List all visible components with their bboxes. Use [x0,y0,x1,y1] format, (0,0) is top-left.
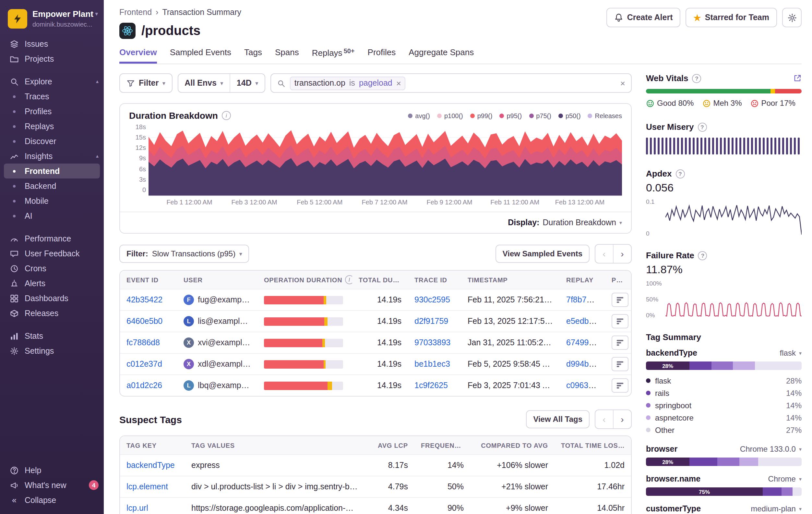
legend-item-releases[interactable]: Releases [588,112,622,119]
tag-key-link[interactable]: backendType [126,461,175,470]
event-id-link[interactable]: a01d2c26 [126,381,162,390]
date-range-dropdown[interactable]: 14D ▾ [230,74,265,92]
column-header[interactable]: Total Duration [352,276,408,283]
sidebar-item-issues[interactable]: Issues [0,36,104,51]
profile-button[interactable] [612,357,629,371]
help-circle-icon[interactable] [698,251,707,260]
column-header-sorted[interactable]: Total time lost↓ [554,441,631,449]
tag-legend-link[interactable]: aspnetcore [655,413,694,422]
trace-id-link[interactable]: 1c9f2625 [414,381,448,390]
column-header[interactable]: Profile [605,276,631,283]
tab-spans[interactable]: Spans [275,47,299,63]
tag-value-dropdown[interactable]: medium-plan▾ [751,504,802,513]
sidebar-item-frontend[interactable]: Frontend [4,164,100,179]
search-input[interactable]: transaction.op is pageload × × [270,73,632,93]
sidebar-item-traces[interactable]: Traces [0,89,104,104]
sidebar-item-performance[interactable]: Performance [0,231,104,246]
tag-distribution-bar[interactable]: 28% [646,361,802,370]
tab-aggregate-spans[interactable]: Aggregate Spans [409,47,474,63]
column-header[interactable]: User [177,276,258,283]
previous-page-icon[interactable]: ‹ [596,245,613,263]
sidebar-item-user-feedback[interactable]: User Feedback [0,246,104,261]
profile-button[interactable] [612,314,629,328]
tag-distribution-bar[interactable]: 75% [646,487,802,496]
next-page-icon[interactable]: › [613,245,631,263]
column-header[interactable]: Avg LCP [365,442,414,449]
replay-link[interactable]: 67499e14 [566,338,602,347]
breadcrumb-frontend-link[interactable]: Frontend [119,8,152,17]
trace-id-link[interactable]: d2f91759 [414,317,448,326]
sidebar-item-stats[interactable]: Stats [0,328,104,343]
trace-id-link[interactable]: 97033893 [414,338,451,347]
next-page-icon[interactable]: › [613,410,631,428]
tag-value-dropdown[interactable]: Chrome▾ [768,475,802,484]
column-header[interactable]: Timestamp [461,276,560,283]
event-id-link[interactable]: 42b35422 [126,295,163,304]
tab-replays[interactable]: Replays50+ [312,47,355,63]
legend-item-avg[interactable]: avg() [408,112,430,119]
environment-dropdown[interactable]: All Envs ▾ [178,74,230,92]
view-sampled-events-button[interactable]: View Sampled Events [495,245,589,263]
event-id-link[interactable]: c012e37d [126,359,162,369]
previous-page-icon[interactable]: ‹ [596,410,613,428]
tab-overview[interactable]: Overview [119,47,157,63]
tag-legend-link[interactable]: rails [655,388,669,398]
sidebar-item-projects[interactable]: Projects [0,51,104,66]
column-header[interactable]: Trace ID [408,276,461,283]
filter-dropdown[interactable]: Filter ▾ [119,73,172,93]
duration-breakdown-chart[interactable] [148,126,622,196]
sidebar-collapse-button[interactable]: « Collapse [0,493,104,508]
trace-id-link[interactable]: 930c2595 [414,295,450,304]
column-header[interactable]: Event ID [120,276,177,283]
legend-item-p100[interactable]: p100() [437,112,463,119]
sidebar-item-insights[interactable]: Insights ▴ [0,148,104,164]
tag-legend-link[interactable]: Other [655,426,674,434]
help-circle-icon[interactable] [692,74,701,83]
profile-button[interactable] [612,293,629,307]
sidebar-item-backend[interactable]: Backend [0,179,104,193]
tag-legend-link[interactable]: springboot [655,401,691,410]
transaction-settings-button[interactable] [782,8,802,27]
sidebar-item-dashboards[interactable]: Dashboards [0,291,104,306]
help-circle-icon[interactable] [675,169,685,178]
sidebar-item-releases[interactable]: Releases [0,306,104,321]
tab-tags[interactable]: Tags [244,47,262,63]
sidebar-item-whats-new[interactable]: What's new 4 [0,478,104,493]
info-icon[interactable] [345,275,352,284]
sidebar-item-ai[interactable]: AI [0,208,104,223]
sidebar-item-profiles[interactable]: Profiles [0,104,104,119]
column-header[interactable]: Operation Duration [258,275,352,284]
tag-key-link[interactable]: lcp.element [126,482,168,491]
profile-button[interactable] [612,378,629,393]
sidebar-item-help[interactable]: Help [0,463,104,478]
event-id-link[interactable]: 6460e5b0 [126,317,163,326]
column-header[interactable]: Frequency [414,442,470,449]
replay-link[interactable]: d994bf8d [566,359,600,369]
open-in-new-icon[interactable] [793,74,802,82]
view-all-tags-button[interactable]: View All Tags [526,410,589,428]
replay-link[interactable]: e5edbcfe [566,317,600,326]
tab-sampled-events[interactable]: Sampled Events [170,47,231,63]
column-header[interactable]: Compared to avg [470,442,554,449]
column-header[interactable]: Tag Key [120,442,185,449]
create-alert-button[interactable]: Create Alert [606,8,681,27]
help-circle-icon[interactable] [698,122,706,131]
token-remove-icon[interactable]: × [396,78,401,88]
sidebar-item-mobile[interactable]: Mobile [0,193,104,208]
tag-value-dropdown[interactable]: Chrome 133.0.0▾ [740,444,802,454]
trace-id-link[interactable]: be1b1ec3 [414,359,450,369]
tag-key-link[interactable]: lcp.url [126,504,148,513]
transactions-filter-dropdown[interactable]: Filter: Slow Transactions (p95) ▾ [119,245,249,263]
sidebar-item-replays[interactable]: Replays [0,119,104,134]
display-dropdown[interactable]: Duration Breakdown ▾ [543,218,622,227]
sidebar-item-discover[interactable]: Discover [0,134,104,148]
info-icon[interactable] [222,111,231,120]
column-header[interactable]: Tag Values [185,442,365,449]
search-clear-icon[interactable]: × [620,78,625,88]
replay-link[interactable]: c0963d8b [566,381,602,390]
tag-legend-link[interactable]: flask [655,376,671,385]
sidebar-item-explore[interactable]: Explore ▴ [0,74,104,89]
sidebar-item-alerts[interactable]: Alerts [0,276,104,291]
org-switcher[interactable]: Empower Plant▾ dominik.buszowiec... [0,6,104,36]
starred-for-team-button[interactable]: ★ Starred for Team [686,8,777,27]
